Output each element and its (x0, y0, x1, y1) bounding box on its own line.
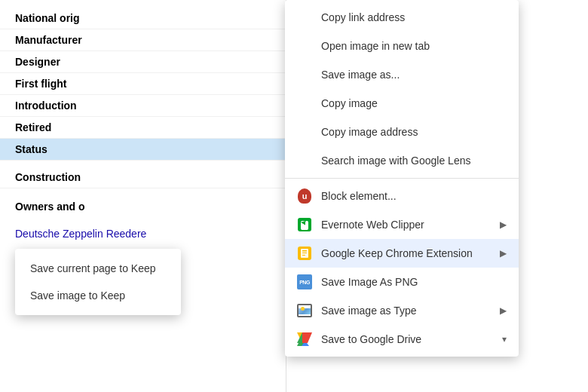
table-row: National orig (0, 8, 286, 29)
copy-image-label: Copy image (321, 97, 507, 109)
table-row: Introduction (0, 95, 286, 117)
row-label: Manufacturer (15, 34, 136, 46)
evernote-clipper-item[interactable]: Evernote Web Clipper ▶ (285, 210, 519, 239)
table-row: Designer (0, 51, 286, 73)
table-row: First flight (0, 73, 286, 95)
copy-image-item[interactable]: Copy image (285, 89, 519, 118)
row-label: Retired (15, 121, 136, 133)
table-row: Construction (0, 167, 286, 188)
submenu-arrow-icon: ▶ (500, 248, 507, 259)
open-image-new-tab-label: Open image in new tab (321, 40, 507, 52)
save-google-drive-item[interactable]: Save to Google Drive ▾ (285, 325, 519, 354)
no-icon (297, 124, 312, 139)
bottom-link-section: Deutsche Zeppelin Reedere (0, 225, 286, 243)
submenu-arrow-icon: ▶ (500, 305, 507, 316)
no-icon (297, 96, 312, 111)
save-image-png-item[interactable]: PNG Save Image As PNG (285, 268, 519, 296)
save-image-as-label: Save image as... (321, 69, 507, 81)
row-label: Construction (15, 171, 136, 183)
keep-save-image[interactable]: Save image to Keep (15, 282, 181, 309)
svg-rect-3 (302, 253, 307, 253)
save-google-drive-label: Save to Google Drive (321, 333, 493, 345)
copy-image-address-label: Copy image address (321, 126, 507, 138)
no-icon (297, 67, 312, 82)
submenu-arrow-icon: ▶ (500, 219, 507, 230)
google-keep-item[interactable]: Google Keep Chrome Extension ▶ (285, 239, 519, 268)
row-label: National orig (15, 12, 136, 24)
table-row: Manufacturer (0, 29, 286, 51)
evernote-clipper-label: Evernote Web Clipper (321, 219, 491, 231)
keep-submenu: Save current page to Keep Save image to … (15, 249, 181, 315)
save-image-png-label: Save Image As PNG (321, 276, 507, 288)
row-label: First flight (15, 78, 136, 90)
no-icon (297, 153, 312, 168)
save-image-type-label: Save image as Type (321, 305, 491, 317)
evernote-icon (297, 217, 312, 232)
save-image-as-item[interactable]: Save image as... (285, 60, 519, 89)
row-label: Status (15, 143, 136, 155)
open-image-new-tab-item[interactable]: Open image in new tab (285, 32, 519, 60)
menu-divider (285, 178, 519, 179)
svg-marker-8 (302, 332, 312, 343)
owners-label: Owners and o (15, 201, 85, 213)
google-keep-label: Google Keep Chrome Extension (321, 247, 491, 259)
google-keep-icon (297, 246, 312, 261)
image-type-icon (297, 303, 312, 318)
svg-rect-4 (302, 255, 305, 256)
copy-link-address-item[interactable]: Copy link address (285, 3, 519, 32)
no-icon (297, 38, 312, 54)
save-image-type-item[interactable]: Save image as Type ▶ (285, 296, 519, 325)
png-icon: PNG (297, 274, 312, 289)
search-image-google-label: Search image with Google Lens (321, 155, 507, 167)
shield-icon: u (297, 188, 312, 204)
search-image-google-item[interactable]: Search image with Google Lens (285, 146, 519, 175)
no-icon (297, 10, 312, 25)
svg-point-0 (302, 225, 305, 227)
copy-link-address-label: Copy link address (321, 11, 507, 23)
page-background: National orig Manufacturer Designer Firs… (0, 0, 286, 392)
scroll-down-icon: ▾ (502, 334, 507, 345)
keep-save-page[interactable]: Save current page to Keep (15, 255, 181, 282)
context-menu: Copy link address Open image in new tab … (285, 0, 519, 357)
copy-image-address-item[interactable]: Copy image address (285, 118, 519, 146)
table-row: Retired (0, 117, 286, 139)
svg-rect-2 (302, 250, 307, 252)
block-element-item[interactable]: u Block element... (285, 182, 519, 210)
block-element-label: Block element... (321, 190, 507, 202)
bottom-link[interactable]: Deutsche Zeppelin Reedere (15, 228, 146, 240)
row-label: Designer (15, 56, 136, 68)
info-table: National orig Manufacturer Designer Firs… (0, 0, 286, 250)
table-row-highlighted: Status (0, 139, 286, 161)
google-drive-icon (297, 332, 312, 347)
owners-section: Owners and o (0, 188, 286, 225)
row-label: Introduction (15, 100, 136, 112)
